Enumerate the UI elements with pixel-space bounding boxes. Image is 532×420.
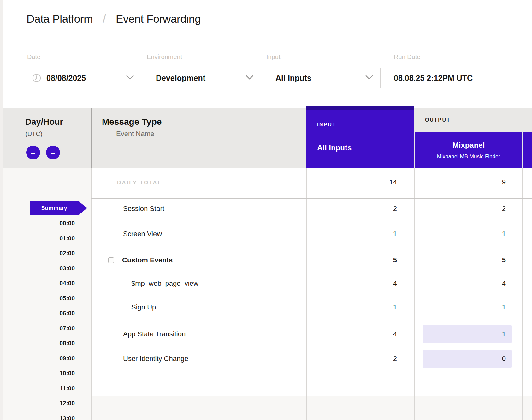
input-cell-value: 1 [393, 230, 397, 238]
column-divider [91, 168, 92, 420]
input-cell-value: 1 [393, 303, 397, 311]
event-row-label: Sign Up [131, 303, 156, 311]
input-cell-value: 2 [393, 205, 397, 213]
event-name-subheader: Event Name [116, 130, 154, 138]
output-cell-value: 1 [502, 303, 506, 311]
arrow-left-icon: ← [30, 148, 37, 157]
output-cell-value: 1 [502, 330, 506, 338]
hour-item-04[interactable]: 04:00 [59, 280, 75, 287]
input-column-header: INPUT All Inputs [306, 106, 414, 168]
output-cell-highlight: 1 [423, 325, 512, 343]
input-cell-value: 5 [393, 256, 397, 264]
clock-icon [32, 74, 41, 82]
output-column-name: Mixpanel [415, 141, 522, 150]
output-section-label: OUTPUT [425, 117, 451, 123]
hour-item-07[interactable]: 07:00 [59, 325, 75, 332]
event-row-label: Session Start [123, 205, 164, 213]
daily-total-output-value: 9 [502, 178, 506, 186]
output-cell-highlight: 0 [423, 350, 512, 368]
column-divider [414, 168, 415, 420]
day-hour-header: Day/Hour [25, 117, 63, 127]
input-cell-value: 2 [393, 355, 397, 363]
event-row-label: Custom Events [122, 256, 173, 264]
output-cell-value: 5 [502, 256, 506, 264]
environment-dropdown[interactable]: Development [146, 68, 261, 88]
daily-total-input-value: 14 [389, 178, 397, 186]
output-cell-value: 4 [502, 279, 506, 288]
run-date-label: Run Date [394, 53, 421, 61]
event-row-label: Screen View [123, 230, 162, 238]
hour-item-05[interactable]: 05:00 [59, 295, 75, 302]
event-row-label: $mp_web_page_view [131, 279, 198, 288]
event-row-label: User Identity Change [123, 355, 188, 363]
output-cell-value: 2 [502, 205, 506, 213]
header-divider [0, 45, 532, 45]
output-cell-value: 0 [502, 355, 506, 363]
column-divider [306, 168, 307, 420]
breadcrumb-separator: / [96, 12, 113, 25]
date-filter-label: Date [27, 53, 40, 61]
hour-item-10[interactable]: 10:00 [59, 370, 75, 377]
day-hour-timezone: (UTC) [25, 130, 42, 138]
environment-filter-label: Environment [147, 53, 182, 61]
table-footer-band [91, 396, 532, 420]
next-day-button[interactable]: → [46, 146, 60, 159]
next-output-column-sliver [523, 132, 532, 168]
hour-item-06[interactable]: 06:00 [59, 310, 75, 317]
column-divider [522, 168, 523, 420]
summary-flag-label: Summary [41, 205, 67, 212]
hour-item-00[interactable]: 00:00 [59, 220, 75, 227]
daily-total-label: DAILY TOTAL [117, 180, 162, 186]
hour-item-02[interactable]: 02:00 [59, 250, 75, 257]
previous-day-button[interactable]: ← [26, 146, 40, 159]
hour-item-01[interactable]: 01:00 [59, 235, 75, 242]
hour-item-08[interactable]: 08:00 [59, 340, 75, 347]
breadcrumb-data-platform[interactable]: Data Platform [27, 13, 93, 25]
input-value: All Inputs [275, 73, 311, 82]
chevron-down-icon [365, 75, 373, 81]
output-column-header: Mixpanel Mixpanel MB Music Finder [415, 132, 522, 168]
input-column-name: All Inputs [317, 143, 352, 152]
input-dropdown[interactable]: All Inputs [266, 68, 381, 88]
page-title: Event Forwarding [116, 13, 201, 25]
environment-value: Development [156, 73, 205, 82]
input-filter-label: Input [266, 53, 280, 61]
chevron-down-icon [245, 75, 254, 81]
output-cell-value: 1 [502, 230, 506, 238]
event-forwarding-page: Data Platform / Event Forwarding Date En… [0, 0, 532, 420]
summary-flag[interactable]: Summary [30, 201, 78, 215]
hour-item-09[interactable]: 09:00 [59, 355, 75, 362]
page-left-gutter [0, 0, 3, 420]
output-column-subtitle: Mixpanel MB Music Finder [415, 153, 522, 160]
input-cell-value: 4 [393, 279, 397, 288]
input-section-label: INPUT [317, 122, 336, 128]
input-cell-value: 4 [393, 330, 397, 338]
event-row-label: App State Transition [123, 330, 186, 338]
breadcrumb: Data Platform / Event Forwarding [27, 12, 201, 26]
hour-item-13[interactable]: 13:00 [59, 415, 75, 420]
hour-item-03[interactable]: 03:00 [59, 265, 75, 272]
hour-item-11[interactable]: 11:00 [60, 385, 75, 392]
message-type-header: Message Type [102, 117, 162, 127]
date-dropdown[interactable]: 08/08/2025 [27, 68, 141, 88]
chevron-down-icon [126, 75, 134, 81]
date-value: 08/08/2025 [46, 73, 86, 82]
hour-item-12[interactable]: 12:00 [59, 400, 75, 407]
collapse-toggle-icon[interactable]: − [108, 257, 114, 263]
run-date-value: 08.08.25 2:12PM UTC [394, 74, 473, 83]
header-column-divider [91, 108, 92, 168]
daily-total-divider [91, 198, 532, 199]
arrow-right-icon: → [50, 148, 56, 157]
